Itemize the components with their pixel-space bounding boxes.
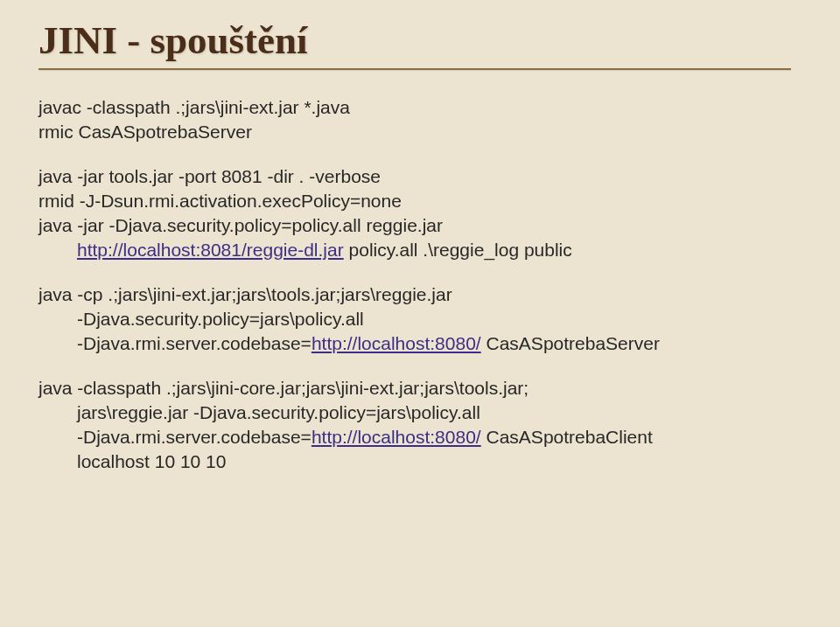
code-line-indent: jars\reggie.jar -Djava.security.policy=j…	[38, 401, 805, 425]
code-line-indent: -Djava.rmi.server.codebase=http://localh…	[38, 425, 805, 449]
code-line-indent: -Djava.security.policy=jars\policy.all	[38, 307, 805, 331]
code-line: java -jar -Djava.security.policy=policy.…	[38, 215, 443, 235]
code-text: -Djava.rmi.server.codebase=	[77, 427, 312, 447]
code-line-indent: localhost 10 10 10	[38, 449, 805, 474]
code-line: javac -classpath .;jars\jini-ext.jar *.j…	[38, 97, 350, 117]
slide-title: JINI - spouštění	[38, 17, 805, 63]
paragraph-2: java -jar tools.jar -port 8081 -dir . -v…	[38, 164, 805, 261]
title-underline	[38, 68, 791, 71]
code-line-indent: -Djava.rmi.server.codebase=http://localh…	[38, 331, 805, 356]
code-text: -Djava.rmi.server.codebase=	[77, 333, 312, 353]
link-text: http://localhost:8080/	[312, 427, 481, 447]
code-text: CasASpotrebaServer	[481, 333, 660, 353]
link-text: http://localhost:8080/	[312, 333, 481, 353]
paragraph-3: java -cp .;jars\jini-ext.jar;jars\tools.…	[38, 282, 805, 355]
code-line: java -classpath .;jars\jini-core.jar;jar…	[38, 378, 528, 398]
link-text: http://localhost:8081/reggie-dl.jar	[77, 240, 344, 260]
code-line: rmic CasASpotrebaServer	[38, 122, 252, 142]
code-line-indent: http://localhost:8081/reggie-dl.jar poli…	[38, 238, 805, 262]
code-text: CasASpotrebaClient	[481, 427, 653, 447]
paragraph-4: java -classpath .;jars\jini-core.jar;jar…	[38, 376, 805, 473]
code-line: rmid -J-Dsun.rmi.activation.execPolicy=n…	[38, 191, 402, 211]
code-line: java -cp .;jars\jini-ext.jar;jars\tools.…	[38, 284, 452, 304]
paragraph-1: javac -classpath .;jars\jini-ext.jar *.j…	[38, 95, 805, 143]
slide: JINI - spouštění javac -classpath .;jars…	[0, 0, 840, 627]
code-line: java -jar tools.jar -port 8081 -dir . -v…	[38, 166, 381, 186]
slide-body: javac -classpath .;jars\jini-ext.jar *.j…	[38, 95, 805, 473]
code-text: policy.all .\reggie_log public	[344, 240, 572, 260]
